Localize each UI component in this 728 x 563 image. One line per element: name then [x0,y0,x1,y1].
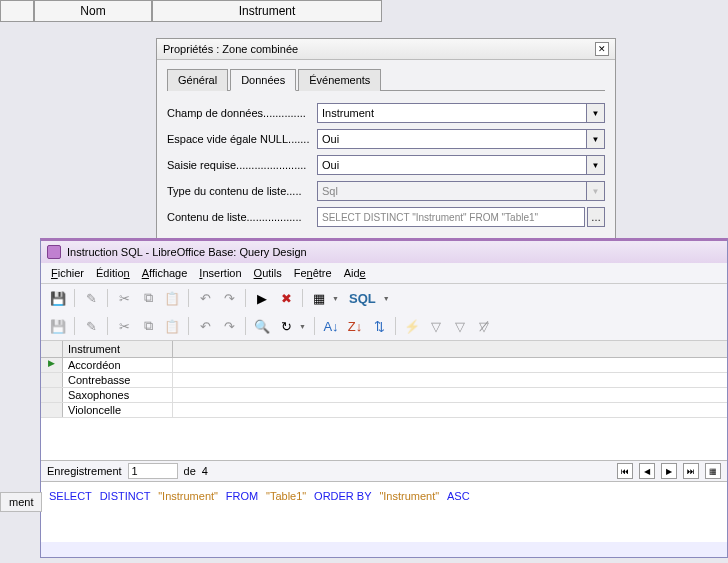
row-marker [41,403,63,417]
copy-icon[interactable]: ⧉ [137,287,159,309]
clear-icon[interactable]: ✖ [275,287,297,309]
run-icon[interactable]: ▶ [251,287,273,309]
paste2-icon[interactable]: 📋 [161,315,183,337]
table-row[interactable]: Saxophones [41,388,727,403]
sheet-header-instrument[interactable]: Instrument [152,0,382,22]
nav-last-icon[interactable]: ⏭ [683,463,699,479]
paste-icon[interactable]: 📋 [161,287,183,309]
record-navigator: Enregistrement 1 de 4 ⏮ ◀ ▶ ⏭ ▦ [41,461,727,482]
sql-toggle[interactable]: SQL [344,287,381,309]
dropdown-icon[interactable]: ▼ [587,155,605,175]
chevron-down-icon[interactable]: ▼ [332,295,342,302]
cell[interactable]: Accordéon [63,358,173,372]
tab-events[interactable]: Événements [298,69,381,91]
label-contenu: Contenu de liste.................. [167,211,317,223]
field-type [317,181,587,201]
current-row-icon: ▶ [41,358,63,372]
menu-aide[interactable]: Aide [344,267,366,279]
nav-current[interactable]: 1 [128,463,178,479]
table-row[interactable]: Contrebasse [41,373,727,388]
properties-titlebar[interactable]: Propriétés : Zone combinée ✕ [157,39,615,60]
label-vide: Espace vide égale NULL....... [167,133,317,145]
sheet-header-nom[interactable]: Nom [34,0,152,22]
label-saisie: Saisie requise....................... [167,159,317,171]
menu-edition[interactable]: Édition [96,267,130,279]
dropdown-icon[interactable]: ▼ [587,103,605,123]
dropdown-icon[interactable]: ▼ [587,129,605,149]
copy2-icon[interactable]: ⧉ [137,315,159,337]
fragment-label: ment [0,492,42,512]
find-icon[interactable]: 🔍 [251,315,273,337]
filter-off-icon[interactable]: ▽̸ [473,315,495,337]
undo-icon[interactable]: ↶ [194,287,216,309]
filter-icon[interactable]: ▽ [425,315,447,337]
nav-new-icon[interactable]: ▦ [705,463,721,479]
design-icon[interactable]: ▦ [308,287,330,309]
app-icon [47,245,61,259]
save2-icon[interactable]: 💾 [47,315,69,337]
result-grid[interactable]: Instrument ▶ Accordéon Contrebasse Saxop… [41,341,727,461]
chevron-down-icon[interactable]: ▼ [299,323,309,330]
tab-data[interactable]: Données [230,69,296,91]
cut-icon[interactable]: ✂ [113,287,135,309]
undo2-icon[interactable]: ↶ [194,315,216,337]
cell[interactable]: Violoncelle [63,403,173,417]
menu-bar: Fichier Édition Affichage Insertion Outi… [41,263,727,284]
close-icon[interactable]: ✕ [595,42,609,56]
menu-affichage[interactable]: Affichage [142,267,188,279]
field-contenu[interactable] [317,207,585,227]
label-champ: Champ de données.............. [167,107,317,119]
cell[interactable]: Saxophones [63,388,173,402]
save-icon[interactable]: 💾 [47,287,69,309]
redo2-icon[interactable]: ↷ [218,315,240,337]
field-saisie[interactable] [317,155,587,175]
sql-editor[interactable]: SELECT DISTINCT "Instrument" FROM "Table… [41,482,727,542]
ellipsis-button[interactable]: … [587,207,605,227]
nav-of: de [184,465,196,477]
sort-asc-icon[interactable]: A↓ [320,315,342,337]
sort-desc-icon[interactable]: Z↓ [344,315,366,337]
redo-icon[interactable]: ↷ [218,287,240,309]
cut2-icon[interactable]: ✂ [113,315,135,337]
sort-icon[interactable]: ⇅ [368,315,390,337]
filter2-icon[interactable]: ▽ [449,315,471,337]
field-champ[interactable] [317,103,587,123]
dropdown-icon: ▼ [587,181,605,201]
menu-outils[interactable]: Outils [254,267,282,279]
edit2-icon[interactable]: ✎ [80,315,102,337]
cell[interactable]: Contrebasse [63,373,173,387]
edit-icon[interactable]: ✎ [80,287,102,309]
query-design-window: Instruction SQL - LibreOffice Base: Quer… [40,238,728,558]
nav-first-icon[interactable]: ⏮ [617,463,633,479]
row-marker [41,388,63,402]
nav-next-icon[interactable]: ▶ [661,463,677,479]
properties-title: Propriétés : Zone combinée [163,43,298,55]
tab-general[interactable]: Général [167,69,228,91]
nav-label: Enregistrement [47,465,122,477]
row-marker [41,373,63,387]
table-row[interactable]: Violoncelle [41,403,727,418]
row-marker-header[interactable] [41,341,63,357]
refresh-icon[interactable]: ↻ [275,315,297,337]
label-type: Type du contenu de liste..... [167,185,317,197]
menu-fichier[interactable]: Fichier [51,267,84,279]
menu-insertion[interactable]: Insertion [199,267,241,279]
nav-total: 4 [202,465,208,477]
menu-fenetre[interactable]: Fenêtre [294,267,332,279]
sheet-header-blank[interactable] [0,0,34,22]
properties-dialog: Propriétés : Zone combinée ✕ Général Don… [156,38,616,248]
table-row[interactable]: ▶ Accordéon [41,358,727,373]
query-titlebar[interactable]: Instruction SQL - LibreOffice Base: Quer… [41,241,727,263]
column-header-instrument[interactable]: Instrument [63,341,173,357]
field-vide[interactable] [317,129,587,149]
query-title: Instruction SQL - LibreOffice Base: Quer… [67,246,307,258]
chevron-down-icon[interactable]: ▼ [383,295,393,302]
filter-auto-icon[interactable]: ⚡ [401,315,423,337]
nav-prev-icon[interactable]: ◀ [639,463,655,479]
